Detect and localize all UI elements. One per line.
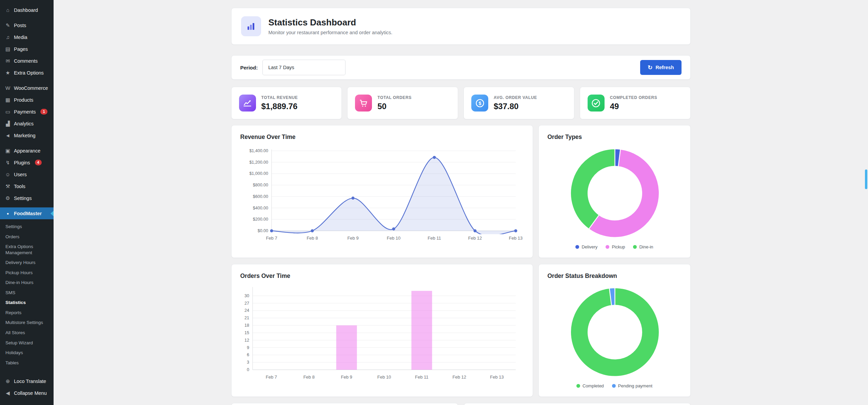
svg-text:Feb 9: Feb 9 [347, 236, 358, 241]
chart-title: Order Types [548, 134, 682, 141]
sidebar-item-label: Appearance [14, 148, 40, 154]
sidebar-item-media[interactable]: ♫Media [0, 31, 54, 43]
sidebar-item-collapse-menu[interactable]: ◀Collapse Menu [0, 387, 54, 399]
woocommerce-icon: W [5, 85, 11, 91]
sidebar-item-label: Products [14, 97, 33, 103]
sidebar-item-posts[interactable]: ✎Posts [0, 19, 54, 31]
check-icon [588, 95, 605, 112]
sidebar-item-label: Tools [14, 184, 25, 189]
svg-text:$0.00: $0.00 [257, 228, 268, 233]
stat-value: 49 [610, 102, 657, 111]
submenu-item-settings[interactable]: Settings [0, 222, 54, 232]
submenu-item-statistics[interactable]: Statistics [0, 298, 54, 308]
svg-text:$400.00: $400.00 [253, 206, 268, 210]
legend-item-pending-payment[interactable]: Pending payment [612, 383, 652, 388]
main-content: Statistics Dashboard Monitor your restau… [54, 0, 868, 405]
svg-text:Feb 10: Feb 10 [387, 236, 400, 241]
submenu-item-tables[interactable]: Tables [0, 358, 54, 368]
dollar-icon: $ [471, 95, 488, 112]
legend-color-dot [576, 384, 580, 388]
refresh-button-label: Refresh [656, 65, 674, 70]
refresh-button[interactable]: ↻ Refresh [640, 60, 681, 75]
svg-text:0: 0 [247, 367, 249, 372]
sidebar-item-payments[interactable]: ▭Payments1 [0, 106, 54, 118]
legend-item-completed[interactable]: Completed [576, 383, 604, 388]
submenu-item-reports[interactable]: Reports [0, 308, 54, 318]
chart-title: Revenue Over Time [240, 134, 524, 141]
sidebar-item-label: Pages [14, 46, 28, 52]
sidebar-item-woocommerce[interactable]: WWooCommerce [0, 82, 54, 94]
sidebar-item-dashboard[interactable]: ⌂Dashboard [0, 4, 54, 16]
sidebar-item-label: Loco Translate [14, 379, 46, 384]
sidebar-item-marketing[interactable]: ◄Marketing [0, 129, 54, 141]
period-select[interactable]: Last 7 Days [262, 60, 346, 75]
svg-text:21: 21 [244, 316, 249, 320]
stat-text: AVG. ORDER VALUE$37.80 [494, 95, 537, 111]
page-subtitle: Monitor your restaurant performance and … [269, 30, 393, 35]
sidebar-item-pages[interactable]: ▤Pages [0, 43, 54, 55]
svg-text:15: 15 [244, 330, 249, 335]
sidebar-item-users[interactable]: ☺Users [0, 168, 54, 180]
legend-label: Dine-in [639, 244, 653, 249]
legend-label: Pending payment [618, 383, 652, 388]
tools-icon: ⚒ [5, 183, 11, 189]
admin-app: ⌂Dashboard✎Posts♫Media▤Pages✉Comments★Ex… [0, 0, 868, 405]
svg-text:$1,400.00: $1,400.00 [249, 148, 268, 153]
svg-text:Feb 8: Feb 8 [307, 236, 318, 241]
stat-value: $1,889.76 [261, 102, 298, 111]
stat-text: TOTAL REVENUE$1,889.76 [261, 95, 298, 111]
submenu-item-sms[interactable]: SMS [0, 288, 54, 298]
sidebar-item-appearance[interactable]: ▣Appearance [0, 145, 54, 157]
scrollbar-thumb[interactable] [865, 169, 867, 189]
submenu-item-all-stores[interactable]: All Stores [0, 328, 54, 338]
legend-item-dine-in[interactable]: Dine-in [633, 244, 653, 249]
submenu-item-holidays[interactable]: Holidays [0, 348, 54, 358]
stat-value: 50 [377, 102, 412, 111]
sidebar-item-tools[interactable]: ⚒Tools [0, 180, 54, 192]
sidebar-item-products[interactable]: ▦Products [0, 94, 54, 106]
filter-bar: Period: Last 7 Days ↻ Refresh [231, 55, 691, 80]
svg-text:$: $ [478, 100, 481, 106]
cart-icon [355, 95, 372, 112]
orders-over-time-card: Orders Over Time 036912151821242730Feb 7… [231, 264, 533, 397]
svg-text:Feb 11: Feb 11 [415, 374, 429, 380]
sidebar-item-label: Comments [14, 58, 38, 64]
sidebar-item-comments[interactable]: ✉Comments [0, 55, 54, 67]
sidebar-item-loco-translate[interactable]: ⊕Loco Translate [0, 375, 54, 387]
svg-text:30: 30 [244, 293, 249, 298]
submenu-item-orders[interactable]: Orders [0, 232, 54, 242]
legend-item-delivery[interactable]: Delivery [575, 244, 597, 249]
chart-title: Order Status Breakdown [548, 272, 682, 280]
sidebar-item-label: Analytics [14, 121, 34, 126]
sidebar-item-analytics[interactable]: ▟Analytics [0, 118, 54, 129]
submenu-item-dine-in-hours[interactable]: Dine-in Hours [0, 278, 54, 288]
legend-label: Delivery [581, 244, 597, 249]
bottom-card-left [231, 403, 458, 405]
current-item-arrow [48, 211, 54, 216]
sidebar-item-label: Collapse Menu [14, 390, 47, 396]
stat-card-total-revenue: TOTAL REVENUE$1,889.76 [231, 87, 342, 119]
content-container: Statistics Dashboard Monitor your restau… [231, 0, 691, 405]
submenu-item-extra-options-management[interactable]: Extra Options Management [0, 242, 54, 258]
order-status-donut-chart: CompletedPending payment [548, 284, 682, 388]
sidebar-item-foodmaster[interactable]: ●FoodMaster [0, 207, 54, 219]
submenu-item-pickup-hours[interactable]: Pickup Hours [0, 268, 54, 278]
submenu-item-delivery-hours[interactable]: Delivery Hours [0, 258, 54, 268]
products-icon: ▦ [5, 97, 11, 103]
revenue-chart-icon [239, 95, 256, 112]
foodmaster-submenu: SettingsOrdersExtra Options ManagementDe… [0, 219, 54, 372]
chart-order-status-legend: CompletedPending payment [548, 383, 682, 388]
sidebar-item-label: Plugins [14, 160, 30, 165]
sidebar-item-plugins[interactable]: ↯Plugins4 [0, 157, 54, 168]
stat-text: TOTAL ORDERS50 [377, 95, 412, 111]
submenu-item-multistore-settings[interactable]: Multistore Settings [0, 318, 54, 328]
sidebar-item-settings[interactable]: ⚙Settings [0, 192, 54, 204]
pages-icon: ▤ [5, 46, 11, 52]
sidebar-item-extra-options[interactable]: ★Extra Options [0, 67, 54, 79]
stat-label: COMPLETED ORDERS [610, 95, 657, 100]
svg-text:Feb 13: Feb 13 [490, 374, 504, 380]
legend-item-pickup[interactable]: Pickup [606, 244, 625, 249]
submenu-item-setup-wizard[interactable]: Setup Wizard [0, 338, 54, 348]
stat-value: $37.80 [494, 102, 537, 111]
svg-text:24: 24 [244, 308, 249, 313]
